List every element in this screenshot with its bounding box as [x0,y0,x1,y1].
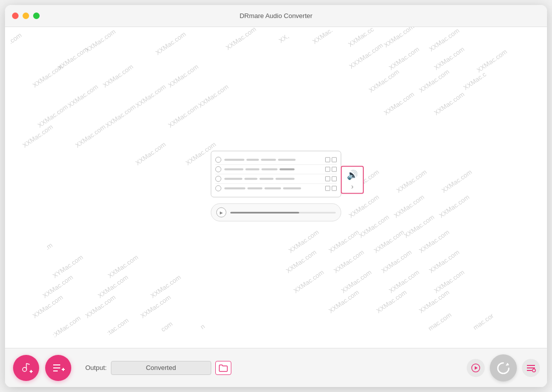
track-checkbox-2[interactable] [332,176,337,181]
watermark-text: com [160,320,174,333]
watermark-text: XXMac.com [382,27,416,49]
watermark-text: XXXMac.com [348,42,384,70]
watermark-text: n [199,322,206,330]
track-line-duration [244,178,257,180]
output-path-value: Converted [146,364,176,371]
volume-icon: 🔊 [347,169,358,180]
watermark-text: XXMac.com [149,273,182,299]
track-checkbox-1[interactable] [325,176,330,181]
convert-button[interactable] [490,354,517,381]
watermark-text: XXMac.com [367,68,400,94]
track-line-title [224,187,245,189]
output-section: Output: Converted [85,361,231,375]
watermark-text: XXMac.com [197,83,230,109]
watermark-text: XXMac.com [433,90,466,116]
svg-point-15 [532,369,535,372]
watermark-text: XXMac.com [380,248,413,274]
track-checkbox-1[interactable] [325,157,330,162]
watermark-text: XXMac.com [347,193,380,219]
track-row [215,155,337,165]
watermark-text: XXMac.com [292,268,325,294]
folder-icon [219,364,228,372]
track-checkboxes [325,157,337,162]
music-plus-icon [20,361,33,374]
preview-area: 🔊 › ▶ [211,151,341,222]
watermark-text: XXMac.com [438,193,471,219]
track-line-duration [246,159,259,161]
convert-icon [496,361,510,375]
traffic-lights [12,13,40,19]
watermark-text: XXMac.com [285,248,318,274]
watermark-text: XXMac.com [84,293,117,319]
bottom-bar: Output: Converted [5,348,547,387]
watermark-text: XXMac. [311,27,334,46]
close-button[interactable] [12,13,19,19]
output-path-field: Converted [111,361,211,375]
app-window: DRmare Audio Converter .comXXMac.comXXMa… [5,5,547,387]
watermark-text: XXMac.com [31,293,64,319]
track-line-format [275,178,295,180]
main-content: .comXXMac.comXXMac.comXXMac.comXX,XXMac.… [5,27,547,348]
track-row [215,165,337,174]
track-checkbox-1[interactable] [325,186,330,191]
watermark-text: XXMac.com [224,27,257,52]
track-info-lines [224,187,322,189]
track-line-format [278,159,296,161]
track-checkbox-2[interactable] [332,157,337,162]
track-checkboxes [325,176,337,181]
watermark-text: XXMac.com [327,288,360,314]
track-info-lines [224,168,322,170]
track-checkboxes [325,167,337,172]
watermark-text: XXMac.com [428,27,461,53]
play-button[interactable]: ▶ [216,208,226,218]
watermark-text: XXMac.com [154,30,187,56]
watermark-text: XXMac.com [475,48,508,74]
watermark-text: XXMac.com [395,168,428,194]
track-line-size [261,159,276,161]
watermark-text: XXMac.com [340,268,373,294]
watermark-text: XXMac.com [428,248,461,274]
watermark-text: .m [44,241,54,252]
track-list-preview [211,151,341,198]
track-line-duration [247,187,262,189]
player-progress-bar[interactable] [230,212,336,213]
volume-popup[interactable]: 🔊 › [341,166,364,194]
watermark-text: XXMac.com [392,193,426,219]
watermark-text: XXMac.com [387,268,421,294]
browse-output-button[interactable] [215,361,231,375]
add-playlist-button[interactable] [45,355,71,381]
watermark-text: XXMac.com [74,123,107,149]
format-settings-button[interactable] [522,359,540,377]
add-music-button[interactable] [13,355,39,381]
track-checkbox-2[interactable] [332,167,337,172]
watermark-text: XXMac.cc [347,27,375,48]
track-status-indicator [215,166,221,172]
minimize-button[interactable] [23,13,29,19]
watermark-text: XXMac.com [287,228,320,254]
maximize-button[interactable] [33,13,40,19]
watermark-text: mac.com [427,311,453,332]
app-title: DRmare Audio Converter [239,12,312,20]
track-row [215,174,337,184]
watermark-text: XXMac.com [41,273,74,299]
watermark-text: XXMac.com [357,213,390,239]
watermark-text: XX, [278,32,291,44]
watermark-text: XXMac.com [31,63,64,89]
track-checkbox-2[interactable] [332,186,337,191]
player-progress-fill [230,212,299,213]
watermark-text: XXMac.com [332,248,365,274]
watermark-text: XXMac.com [372,228,405,254]
watermark-text: XXMac.com [433,268,466,294]
watermark-text: mac.cor [472,312,495,331]
track-checkbox-1[interactable] [325,167,330,172]
watermark-text: XXMac.com [418,288,451,314]
watermark-text: XXMac.com [375,288,408,314]
track-line-title [224,168,243,170]
track-info-lines [224,178,322,180]
watermark-text: XXMac.com [418,228,451,254]
playback-settings-button[interactable] [467,359,485,377]
watermark-text: XXMac.com [433,45,466,71]
watermark-text: XXMac.com [167,103,200,129]
watermark-text: XXMac.com [418,68,451,94]
track-status-indicator [215,176,221,182]
